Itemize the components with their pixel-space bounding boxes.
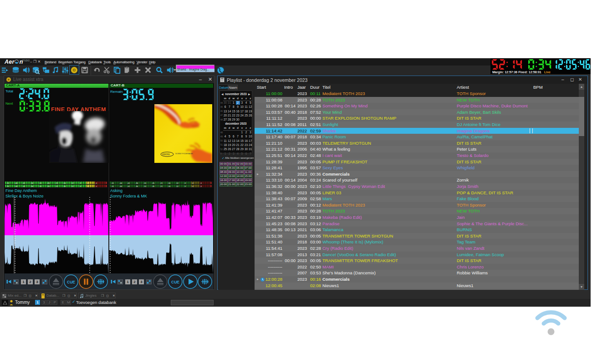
svg-text:-36: -36 [135, 182, 138, 184]
svg-text:-36: -36 [31, 185, 34, 187]
svg-text:-41: -41 [22, 185, 26, 187]
svg-text:-36: -36 [31, 182, 34, 184]
svg-text:-31: -31 [39, 182, 42, 184]
svg-text:-16: -16 [168, 185, 171, 187]
svg-text:-26: -26 [47, 185, 50, 187]
svg-text:CUE: CUE [67, 280, 75, 284]
svg-text:CUE: CUE [171, 280, 179, 284]
svg-text:-21: -21 [55, 182, 58, 184]
svg-text:-46: -46 [15, 182, 18, 184]
svg-text:-31: -31 [143, 182, 147, 184]
svg-text:-41: -41 [22, 182, 26, 184]
svg-text:-41: -41 [127, 185, 130, 187]
svg-text:-51: -51 [111, 185, 114, 187]
svg-text:-21: -21 [160, 182, 163, 184]
svg-text:-51: -51 [111, 182, 114, 184]
svg-text:-46: -46 [119, 185, 122, 187]
svg-text:-31: -31 [143, 185, 147, 187]
svg-text:-41: -41 [127, 182, 130, 184]
svg-text:-46: -46 [15, 185, 18, 187]
svg-text:-36: -36 [135, 185, 138, 187]
svg-text:-12: -12 [176, 185, 179, 187]
svg-text:-26: -26 [152, 185, 155, 187]
svg-text:-21: -21 [160, 185, 163, 187]
svg-text:-16: -16 [63, 185, 66, 187]
svg-text:-46: -46 [119, 182, 122, 184]
svg-text:-21: -21 [55, 185, 58, 187]
svg-text:-51: -51 [6, 185, 10, 187]
svg-text:-12: -12 [71, 185, 74, 187]
svg-text:-51: -51 [6, 182, 10, 184]
svg-text:-26: -26 [47, 182, 50, 184]
svg-text:-16: -16 [63, 182, 66, 184]
svg-text:-31: -31 [39, 185, 42, 187]
svg-text:-16: -16 [168, 182, 171, 184]
svg-text:-12: -12 [176, 182, 179, 184]
svg-text:ASKING: ASKING [162, 153, 170, 156]
svg-text:SONNY FODERA MK: SONNY FODERA MK [175, 152, 193, 155]
svg-text:-12: -12 [71, 182, 74, 184]
svg-text:-26: -26 [152, 182, 155, 184]
